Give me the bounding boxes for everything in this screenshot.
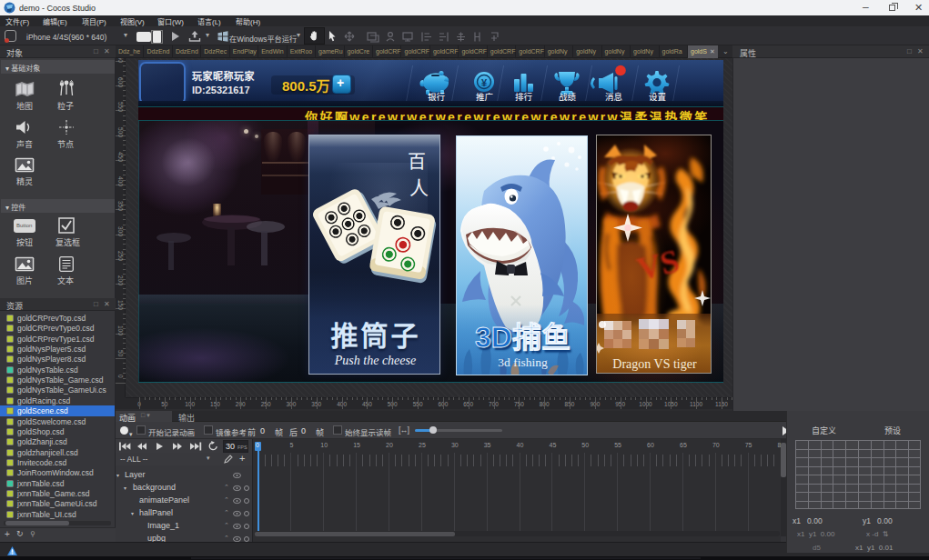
svg-text:¥: ¥ [481,77,488,88]
